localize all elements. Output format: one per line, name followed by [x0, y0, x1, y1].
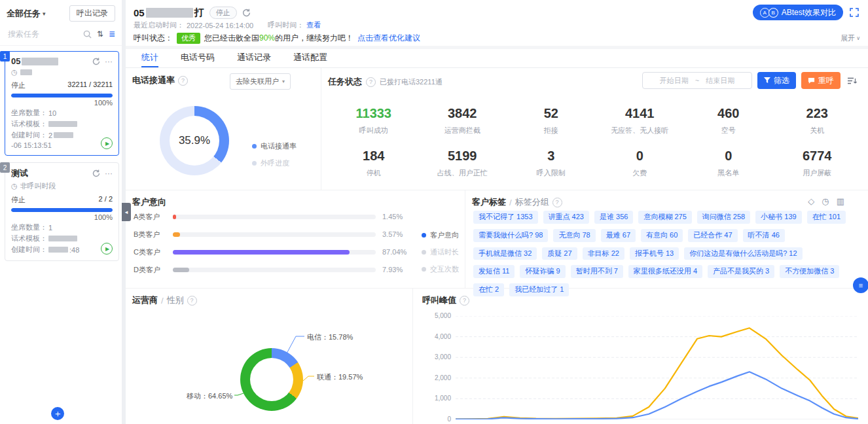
play-button[interactable]: ▶	[101, 137, 113, 149]
search-input[interactable]	[7, 29, 78, 39]
view-link[interactable]: 查看	[306, 20, 321, 30]
legend-item[interactable]: 客户意向	[422, 230, 459, 240]
tag-pill[interactable]: 你们这边是有做什么活动是吗? 12	[684, 247, 802, 260]
customer-intent-title: 客户意向	[132, 196, 166, 208]
tag-pill[interactable]: 家里很多纸还没用 4	[628, 265, 702, 278]
tag-pill[interactable]: 非目标 22	[583, 247, 624, 260]
chat-icon	[808, 77, 815, 84]
tab-call-records[interactable]: 通话记录	[237, 49, 271, 67]
task-created: 创建时间：2-06 15:13:51	[11, 130, 113, 149]
intent-bar-fill	[173, 215, 176, 219]
optimization-link[interactable]: 点击查看优化建议	[357, 33, 420, 44]
tag-pill[interactable]: 最难 67	[601, 229, 636, 242]
clock-icon: ◷	[11, 182, 18, 190]
legend-item[interactable]: 电话接通率	[252, 141, 297, 151]
tag-pill[interactable]: 报手机号 13	[630, 247, 679, 260]
fullscreen-icon[interactable]	[848, 7, 860, 18]
intent-category-label: C类客户	[134, 247, 166, 257]
task-progress-percent: 100%	[11, 99, 113, 107]
peak-line-chart	[456, 316, 858, 419]
add-task-button[interactable]: ＋	[51, 407, 64, 420]
customer-tags-title: 客户标签 / 标签分组 ?	[472, 196, 562, 208]
task-title: 测试	[11, 168, 28, 179]
refresh-icon[interactable]	[242, 9, 251, 17]
search-icon[interactable]	[83, 30, 92, 39]
redacted-text	[48, 236, 77, 241]
stat-value: 460	[717, 106, 739, 121]
stat-value: 52	[544, 106, 558, 121]
sort-icon[interactable]: ⇅	[97, 29, 103, 39]
filter-button[interactable]: 筛选	[757, 72, 796, 89]
stat-label: 拒接	[544, 126, 558, 135]
tag-pill[interactable]: 已经合作 47	[688, 229, 737, 242]
sidebar-collapse-handle[interactable]: ◂	[122, 203, 131, 221]
refresh-icon[interactable]	[92, 58, 100, 65]
tag-pill[interactable]: 我不记得了 1353	[473, 211, 538, 224]
tag-pill[interactable]: 听不清 46	[743, 229, 785, 242]
refresh-icon[interactable]	[92, 169, 100, 177]
tag-pill[interactable]: 小秘书 139	[755, 211, 801, 224]
redacted-text	[48, 247, 68, 253]
legend-item[interactable]: 外呼进度	[252, 158, 297, 168]
tag-pill[interactable]: 发短信 11	[473, 265, 515, 278]
y-tick-label: 0	[447, 415, 451, 423]
call-status-label: 呼叫状态：	[134, 33, 173, 44]
tag-pill[interactable]: 是谁 356	[594, 211, 633, 224]
task-title: 05	[11, 56, 58, 66]
carrier-title: 运营商 / 性别 ?	[132, 294, 197, 306]
call-records-button[interactable]: 呼出记录	[69, 5, 115, 22]
tag-pill[interactable]: 质疑 27	[542, 247, 577, 260]
task-schedule: ◷	[11, 68, 113, 77]
tag-pill[interactable]: 手机就是微信 32	[473, 247, 537, 260]
tag-view-icon[interactable]: ◇	[808, 196, 814, 206]
history-icon[interactable]: ◷	[822, 196, 829, 206]
tab-statistics[interactable]: 统计	[141, 49, 158, 67]
stat-value: 6774	[803, 149, 832, 164]
tag-pill[interactable]: 暂时用不到 7	[571, 265, 623, 278]
task-status-controls: 开始日期 ~ 结束日期 筛选 重呼	[642, 72, 859, 89]
tag-pill[interactable]: 意向模糊 275	[638, 211, 691, 224]
task-title-row: 测试 ···	[11, 168, 113, 179]
stat-label: 呼叫成功	[359, 126, 388, 135]
tag-groups-toggle[interactable]: 标签分组	[515, 196, 549, 208]
tag-pill[interactable]: 需要我做什么吗? 98	[473, 229, 548, 242]
tag-pill[interactable]: 在忙 101	[807, 211, 846, 224]
tag-pill[interactable]: 产品不是我买的 3	[708, 265, 774, 278]
exclude-lost-users-dropdown[interactable]: 去除失联用户 ▾	[230, 73, 291, 90]
intent-bar-track	[173, 250, 376, 255]
tag-pill[interactable]: 询问微信 258	[697, 211, 750, 224]
task-card[interactable]: 1 05 ··· ◷ 停止 32211 / 32211 100	[5, 51, 119, 156]
play-button[interactable]: ▶	[101, 243, 113, 255]
tag-pill[interactable]: 不方便加微信 3	[780, 265, 839, 278]
tag-pill[interactable]: 讲重点 423	[543, 211, 589, 224]
intent-category-label: B类客户	[134, 230, 166, 239]
abtest-compare-button[interactable]: A B ABtest效果对比	[753, 5, 843, 20]
expand-link[interactable]: 展开∨	[841, 33, 860, 43]
task-progress-fill	[11, 94, 113, 97]
peak-orange	[456, 328, 858, 419]
all-tasks-dropdown[interactable]: 全部任务 ▾	[7, 8, 46, 20]
tab-phone-numbers[interactable]: 电话号码	[181, 49, 215, 67]
info-icon: ?	[187, 296, 197, 306]
gender-toggle[interactable]: 性别	[167, 294, 184, 306]
tag-pill[interactable]: 怀疑诈骗 9	[520, 265, 565, 278]
task-card[interactable]: 2 测试 ··· ◷ 非呼叫时段 停止 2 / 2 100% 坐席数量：1	[5, 162, 119, 261]
tag-pill[interactable]: 有意向 60	[641, 229, 683, 242]
tag-pill[interactable]: 无意向 78	[553, 229, 595, 242]
tab-call-config[interactable]: 通话配置	[293, 49, 327, 67]
legend-item[interactable]: 通话时长	[422, 247, 459, 257]
chart-view-icon[interactable]: ▥	[837, 196, 844, 206]
date-range-picker[interactable]: 开始日期 ~ 结束日期	[642, 72, 752, 89]
sort-order-icon[interactable]	[846, 75, 859, 86]
task-progress-fill	[11, 208, 113, 212]
intent-value-label: 87.04%	[382, 248, 414, 256]
funnel-icon	[764, 77, 770, 84]
floating-help-button[interactable]: ≡	[853, 277, 868, 293]
call-status-banner: 呼叫状态： 优秀 您已经击败全国90%的用户，继续努力吧！ 点击查看优化建议 展…	[134, 31, 860, 44]
filter-view-icon[interactable]: ≣	[109, 29, 115, 39]
more-icon[interactable]: ···	[105, 169, 113, 177]
more-icon[interactable]: ···	[105, 58, 113, 65]
recall-button[interactable]: 重呼	[801, 72, 841, 89]
date-end-placeholder: 结束日期	[706, 76, 734, 86]
legend-item[interactable]: 交互次数	[422, 264, 459, 274]
